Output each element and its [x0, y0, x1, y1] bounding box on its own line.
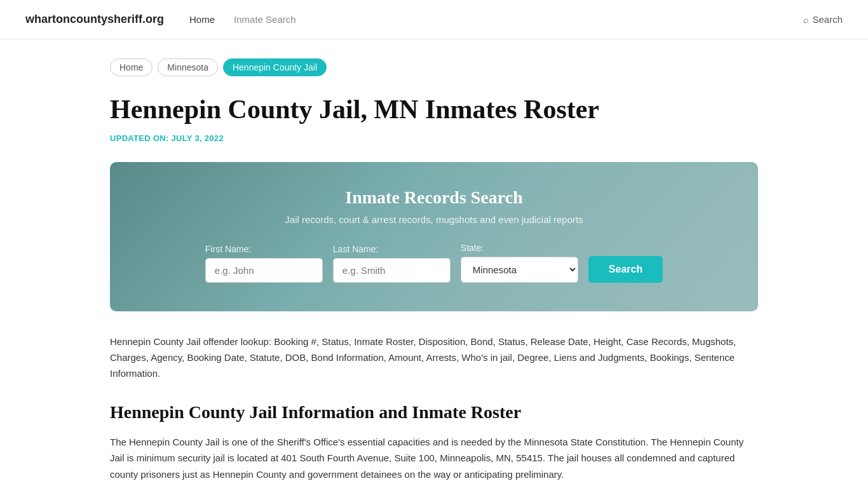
- breadcrumb: Home Minnesota Hennepin County Jail: [110, 58, 758, 76]
- search-icon: ⌕: [803, 15, 808, 25]
- nav-search-label: Search: [812, 14, 843, 25]
- nav-link-home[interactable]: Home: [189, 14, 215, 25]
- search-button[interactable]: Search: [588, 256, 663, 283]
- search-widget-title: Inmate Records Search: [148, 187, 720, 208]
- first-name-input[interactable]: [205, 258, 323, 283]
- navbar-brand[interactable]: whartoncountysheriff.org: [25, 13, 164, 26]
- search-form: First Name: Last Name: State: Minnesota …: [148, 243, 720, 283]
- state-select[interactable]: Minnesota Alabama Alaska Arizona Arkansa…: [461, 257, 578, 283]
- navbar: whartoncountysheriff.org Home Inmate Sea…: [0, 0, 868, 39]
- section-body: The Hennepin County Jail is one of the S…: [110, 434, 758, 483]
- first-name-group: First Name:: [205, 244, 323, 283]
- breadcrumb-home[interactable]: Home: [110, 58, 153, 76]
- last-name-label: Last Name:: [333, 244, 379, 254]
- nav-link-inmate-search[interactable]: Inmate Search: [234, 14, 296, 25]
- nav-links: Home Inmate Search: [189, 14, 803, 25]
- updated-on: UPDATED ON: JULY 3, 2022: [110, 133, 758, 143]
- last-name-group: Last Name:: [333, 244, 451, 283]
- body-text: Hennepin County Jail offender lookup: Bo…: [110, 334, 758, 381]
- section-heading: Hennepin County Jail Information and Inm…: [110, 402, 758, 423]
- state-label: State:: [461, 243, 484, 253]
- first-name-label: First Name:: [205, 244, 251, 254]
- nav-search[interactable]: ⌕ Search: [803, 14, 843, 25]
- breadcrumb-hennepin[interactable]: Hennepin County Jail: [223, 58, 327, 76]
- last-name-input[interactable]: [333, 258, 451, 283]
- search-widget: Inmate Records Search Jail records, cour…: [110, 162, 758, 311]
- breadcrumb-minnesota[interactable]: Minnesota: [158, 58, 218, 76]
- main-content: Home Minnesota Hennepin County Jail Henn…: [85, 39, 783, 488]
- page-title: Hennepin County Jail, MN Inmates Roster: [110, 94, 758, 125]
- search-widget-subtitle: Jail records, court & arrest records, mu…: [148, 214, 720, 225]
- state-group: State: Minnesota Alabama Alaska Arizona …: [461, 243, 578, 283]
